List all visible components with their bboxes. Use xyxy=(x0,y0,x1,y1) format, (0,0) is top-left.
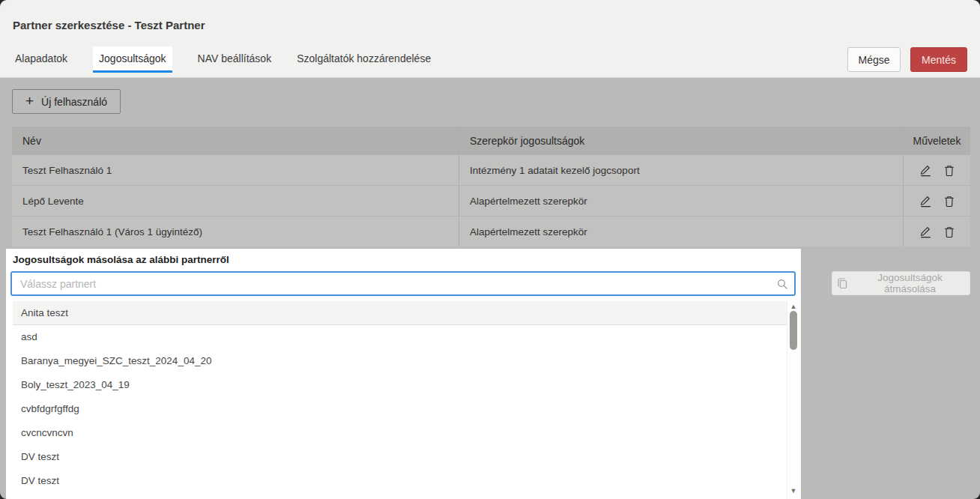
delete-user-button[interactable] xyxy=(943,195,955,208)
tabbar-divider xyxy=(0,77,980,78)
delete-user-button[interactable] xyxy=(943,164,955,177)
edit-pencil-icon xyxy=(919,225,932,238)
partner-option[interactable]: cvcncvncvn xyxy=(13,421,787,445)
new-user-button[interactable]: + Új felhasználó xyxy=(12,89,121,114)
user-role-cell: Alapértelmezett szerepkör xyxy=(459,217,903,247)
save-button[interactable]: Mentés xyxy=(910,47,967,72)
partner-option[interactable]: cvbfdgrfgffdg xyxy=(13,397,787,421)
partner-search-input[interactable] xyxy=(12,278,777,290)
users-table-header: Név Szerepkör jogosultságok Műveletek xyxy=(12,127,970,154)
row-actions-cell xyxy=(903,155,970,185)
copy-permissions-panel: Jogosultságok másolása az alábbi partner… xyxy=(6,249,801,499)
row-actions-cell xyxy=(903,217,970,247)
partner-option[interactable]: DV teszt xyxy=(13,445,787,469)
user-name-cell: Teszt Felhasználó 1 xyxy=(12,155,459,185)
partner-option[interactable]: asd xyxy=(13,325,787,349)
column-header-actions: Műveletek xyxy=(903,127,970,154)
user-role-cell: Alapértelmezett szerepkör xyxy=(459,186,903,216)
user-name-cell: Lépő Levente xyxy=(12,186,459,216)
scrollbar-thumb[interactable] xyxy=(790,311,797,350)
table-body: Teszt Felhasználó 1 Intézmény 1 adatait … xyxy=(12,154,970,247)
column-header-name: Név xyxy=(12,127,459,154)
table-row: Teszt Felhasználó 1 (Város 1 ügyintéző) … xyxy=(12,216,970,247)
partner-dropdown-list: Anita teszt asd Baranya_megyei_SZC_teszt… xyxy=(13,301,787,493)
new-user-button-label: Új felhasználó xyxy=(41,96,107,108)
copy-permissions-button[interactable]: Jogosultságok átmásolása xyxy=(832,271,970,295)
edit-user-button[interactable] xyxy=(919,163,932,177)
tab-alapadatok[interactable]: Alapadatok xyxy=(15,46,67,70)
tab-bar: Alapadatok Jogosultságok NAV beállítások… xyxy=(15,46,456,73)
partner-option[interactable]: Boly_teszt_2023_04_19 xyxy=(13,373,787,397)
trash-icon xyxy=(943,226,955,238)
copy-permissions-label: Jogosultságok másolása az alábbi partner… xyxy=(13,254,229,265)
edit-user-button[interactable] xyxy=(919,225,932,238)
tab-szolgaltatok[interactable]: Szolgáltatók hozzárendelése xyxy=(297,46,431,70)
trash-icon xyxy=(943,164,955,177)
user-role-cell: Intézmény 1 adatait kezelő jogcsoport xyxy=(459,155,903,185)
edit-user-button[interactable] xyxy=(919,194,932,208)
cancel-button[interactable]: Mégse xyxy=(847,47,901,72)
user-name-cell: Teszt Felhasználó 1 (Város 1 ügyintéző) xyxy=(12,217,459,247)
partner-edit-window: Partner szerkesztése - Teszt Partner Ala… xyxy=(0,0,980,499)
users-table: Név Szerepkör jogosultságok Műveletek Te… xyxy=(12,127,970,247)
scroll-down-arrow-icon[interactable]: ▼ xyxy=(787,486,799,495)
partner-search-box xyxy=(10,271,796,296)
column-header-roles: Szerepkör jogosultságok xyxy=(459,127,903,154)
trash-icon xyxy=(943,195,955,208)
plus-icon: + xyxy=(25,94,34,108)
table-row: Teszt Felhasználó 1 Intézmény 1 adatait … xyxy=(12,154,970,185)
edit-pencil-icon xyxy=(919,163,932,177)
copy-permissions-button-label: Jogosultságok átmásolása xyxy=(855,272,965,294)
partner-option[interactable]: DV teszt xyxy=(13,469,787,493)
edit-pencil-icon xyxy=(919,194,932,208)
delete-user-button[interactable] xyxy=(943,226,955,238)
scroll-up-arrow-icon[interactable]: ▲ xyxy=(787,302,799,311)
page-title: Partner szerkesztése - Teszt Partner xyxy=(13,19,205,31)
tab-jogosultsagok[interactable]: Jogosultságok xyxy=(93,46,172,73)
row-actions-cell xyxy=(903,186,970,216)
copy-icon xyxy=(837,277,848,289)
tab-nav-beallitasok[interactable]: NAV beállítások xyxy=(198,46,272,70)
search-icon xyxy=(777,279,787,289)
table-row: Lépő Levente Alapértelmezett szerepkör xyxy=(12,185,970,216)
dropdown-scrollbar[interactable]: ▲ ▼ xyxy=(787,300,799,499)
partner-option[interactable]: Baranya_megyei_SZC_teszt_2024_04_20 xyxy=(13,349,787,373)
partner-option[interactable]: Anita teszt xyxy=(13,301,787,325)
